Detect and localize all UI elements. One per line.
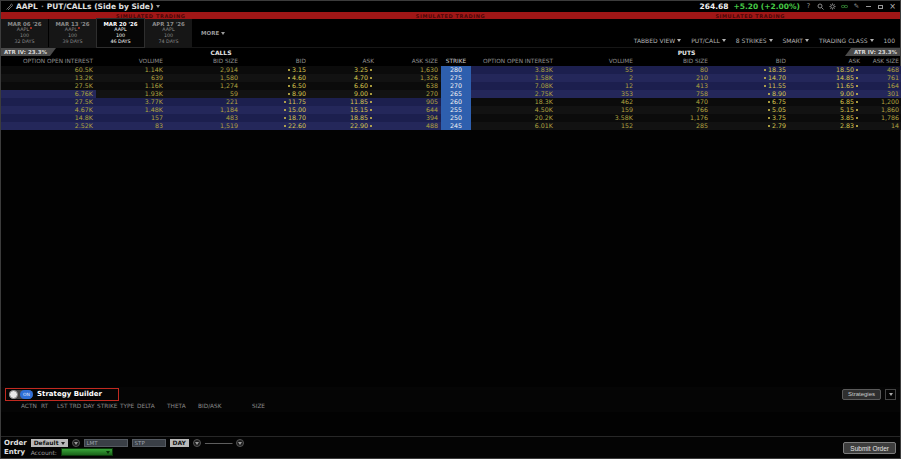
gear-icon[interactable] (829, 3, 836, 11)
call-bid-size-cell[interactable]: 59 (166, 90, 241, 98)
put-volume-cell[interactable]: 55 (556, 66, 636, 74)
put-volume-cell[interactable]: 353 (556, 90, 636, 98)
put-ask-cell[interactable]: 2.83 (789, 122, 863, 130)
toolbar-item-smart[interactable]: SMART (783, 37, 810, 44)
put-ask-size-cell[interactable]: 1,860 (863, 106, 901, 114)
submit-order-button[interactable]: Submit Order (843, 442, 896, 454)
put-volume-cell[interactable]: 2 (556, 74, 636, 82)
put-ask-size-cell[interactable]: 468 (863, 66, 901, 74)
help-icon[interactable]: ? (805, 3, 812, 11)
call-ask-cell[interactable]: 15.15 (309, 106, 377, 114)
put-volume-cell[interactable]: 462 (556, 98, 636, 106)
expiry-tab[interactable]: MAR 13 '26AAPL10039 DAYS (49, 19, 96, 47)
toolbar-item-tabbed-view[interactable]: TABBED VIEW (634, 37, 681, 44)
call-ask-cell[interactable]: 3.25 (309, 66, 377, 74)
call-ask-cell[interactable]: 4.70 (309, 74, 377, 82)
strike-cell[interactable]: 245 (441, 122, 471, 130)
toolbar-item-100[interactable]: 100 (884, 37, 895, 44)
put-bid-size-cell[interactable]: 413 (636, 82, 711, 90)
toolbar-item-trading-class[interactable]: TRADING CLASS (819, 37, 874, 44)
minimize-icon[interactable] (865, 3, 872, 11)
put-bid-cell[interactable]: 8.90 (711, 90, 789, 98)
put-open-interest-cell[interactable]: 3.83K (471, 66, 556, 74)
limit-price-field[interactable]: LMT (84, 439, 128, 447)
more-expiries-button[interactable]: MORE (201, 30, 225, 36)
put-ask-cell[interactable]: 18.50 (789, 66, 863, 74)
call-ask-cell[interactable]: 9.00 (309, 90, 377, 98)
strike-cell[interactable]: 250 (441, 114, 471, 122)
put-open-interest-cell[interactable]: 20.2K (471, 114, 556, 122)
call-bid-cell[interactable]: 11.75 (241, 98, 309, 106)
call-bid-size-cell[interactable]: 483 (166, 114, 241, 122)
call-volume-cell[interactable]: 1.16K (96, 82, 166, 90)
call-open-interest-cell[interactable]: 27.5K (1, 98, 96, 106)
put-bid-cell[interactable]: 11.55 (711, 82, 789, 90)
call-ask-cell[interactable]: 22.90 (309, 122, 377, 130)
call-bid-cell[interactable]: 4.60 (241, 74, 309, 82)
put-ask-size-cell[interactable]: 1,786 (863, 114, 901, 122)
put-volume-cell[interactable]: 159 (556, 106, 636, 114)
call-bid-cell[interactable]: 3.15 (241, 66, 309, 74)
put-open-interest-cell[interactable]: 18.3K (471, 98, 556, 106)
strike-cell[interactable]: 260 (441, 98, 471, 106)
dropdown-icon[interactable] (72, 439, 80, 447)
restore-icon[interactable] (877, 3, 884, 11)
call-bid-size-cell[interactable]: 2,914 (166, 66, 241, 74)
call-open-interest-cell[interactable]: 6.76K (1, 90, 96, 98)
put-open-interest-cell[interactable]: 7.08K (471, 82, 556, 90)
put-bid-cell[interactable]: 6.75 (711, 98, 789, 106)
put-ask-cell[interactable]: 6.85 (789, 98, 863, 106)
expiry-tab[interactable]: MAR 20 '26AAPL10046 DAYS (97, 19, 144, 47)
call-bid-cell[interactable]: 22.60 (241, 122, 309, 130)
put-volume-cell[interactable]: 3.58K (556, 114, 636, 122)
put-ask-cell[interactable]: 5.15 (789, 106, 863, 114)
call-ask-cell[interactable]: 11.85 (309, 98, 377, 106)
put-volume-cell[interactable]: 152 (556, 122, 636, 130)
call-bid-cell[interactable]: 18.70 (241, 114, 309, 122)
strike-cell[interactable]: 280 (441, 66, 471, 74)
put-ask-cell[interactable]: 3.85 (789, 114, 863, 122)
call-bid-cell[interactable]: 8.90 (241, 90, 309, 98)
link-icon[interactable] (841, 3, 848, 11)
put-bid-size-cell[interactable]: 1,176 (636, 114, 711, 122)
call-volume-cell[interactable]: 639 (96, 74, 166, 82)
call-open-interest-cell[interactable]: 27.5K (1, 82, 96, 90)
strike-cell[interactable]: 270 (441, 82, 471, 90)
call-open-interest-cell[interactable]: 60.5K (1, 66, 96, 74)
strategies-button[interactable]: Strategies (842, 389, 881, 400)
toolbar-item-8-strikes[interactable]: 8 STRIKES (736, 37, 773, 44)
call-ask-size-cell[interactable]: 270 (377, 90, 441, 98)
put-bid-cell[interactable]: 14.70 (711, 74, 789, 82)
put-ask-cell[interactable]: 9.00 (789, 90, 863, 98)
put-bid-size-cell[interactable]: 80 (636, 66, 711, 74)
call-open-interest-cell[interactable]: 4.67K (1, 106, 96, 114)
put-bid-cell[interactable]: 2.79 (711, 122, 789, 130)
stop-price-field[interactable]: STP (132, 439, 166, 447)
toolbar-item-put-call[interactable]: PUT/CALL (691, 37, 726, 44)
put-bid-size-cell[interactable]: 470 (636, 98, 711, 106)
edit-icon[interactable]: ✎ (853, 3, 860, 11)
call-volume-cell[interactable]: 1.48K (96, 106, 166, 114)
call-open-interest-cell[interactable]: 14.8K (1, 114, 96, 122)
call-ask-cell[interactable]: 6.60 (309, 82, 377, 90)
call-bid-size-cell[interactable]: 1,519 (166, 122, 241, 130)
call-bid-cell[interactable]: 15.00 (241, 106, 309, 114)
call-open-interest-cell[interactable]: 13.2K (1, 74, 96, 82)
call-open-interest-cell[interactable]: 2.52K (1, 122, 96, 130)
account-select[interactable] (61, 448, 113, 456)
call-ask-size-cell[interactable]: 1,326 (377, 74, 441, 82)
filter-collapse-button[interactable] (885, 389, 896, 400)
call-volume-cell[interactable]: 1.14K (96, 66, 166, 74)
put-volume-cell[interactable]: 12 (556, 82, 636, 90)
call-volume-cell[interactable]: 1.93K (96, 90, 166, 98)
strategy-builder-toggle[interactable]: ON (9, 390, 33, 399)
call-ask-size-cell[interactable]: 394 (377, 114, 441, 122)
call-ask-size-cell[interactable]: 644 (377, 106, 441, 114)
call-volume-cell[interactable]: 157 (96, 114, 166, 122)
window-title[interactable]: AAPL · PUT/CALLs (Side by Side) (16, 2, 160, 11)
call-ask-size-cell[interactable]: 905 (377, 98, 441, 106)
put-bid-size-cell[interactable]: 758 (636, 90, 711, 98)
put-bid-cell[interactable]: 3.75 (711, 114, 789, 122)
chevron-down-icon[interactable] (156, 5, 160, 8)
strike-cell[interactable]: 265 (441, 90, 471, 98)
